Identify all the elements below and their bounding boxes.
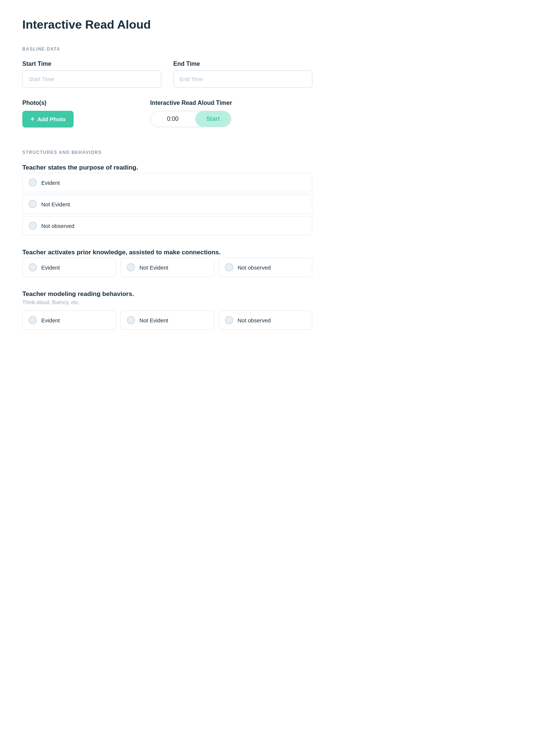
page-title: Interactive Read Aloud [22,18,312,32]
start-time-label: Start Time [22,61,161,67]
question-2-options: Evident Not Evident Not observed [22,258,312,277]
option-label-not-observed-3: Not observed [238,317,271,323]
list-item[interactable]: Not Evident [120,258,214,277]
timer-group: Interactive Read Aloud Timer 0:00 Start [150,100,312,127]
photos-label: Photo(s) [22,100,138,106]
radio-not-observed-3 [225,316,233,324]
plus-icon: + [30,115,35,123]
option-label-evident-3: Evident [41,317,60,323]
question-1-title: Teacher states the purpose of reading. [22,164,312,171]
list-item[interactable]: Not Evident [22,194,312,214]
start-time-input[interactable] [22,70,161,88]
option-label-not-evident-3: Not Evident [139,317,168,323]
question-2-title: Teacher activates prior knowledge, assis… [22,249,312,256]
end-time-input[interactable] [173,70,312,88]
radio-not-evident-2 [127,263,135,271]
photos-timer-row: Photo(s) + Add Photo Interactive Read Al… [22,100,312,128]
radio-not-observed-2 [225,263,233,271]
list-item[interactable]: Not observed [219,310,312,330]
option-label-evident-2: Evident [41,264,60,271]
question-block-1: Teacher states the purpose of reading. E… [22,164,312,235]
option-label-evident: Evident [41,180,60,186]
timer-start-button[interactable]: Start [195,111,231,127]
question-block-2: Teacher activates prior knowledge, assis… [22,249,312,277]
list-item[interactable]: Evident [22,173,312,192]
list-item[interactable]: Not observed [22,216,312,235]
timer-container: 0:00 Start [150,111,231,127]
radio-evident [29,178,37,187]
timer-display: 0:00 [151,111,195,127]
option-label-not-evident-2: Not Evident [139,264,168,271]
list-item[interactable]: Not Evident [120,310,214,330]
radio-not-evident-3 [127,316,135,324]
timer-label: Interactive Read Aloud Timer [150,100,312,106]
option-label-not-observed: Not observed [41,223,74,229]
list-item[interactable]: Not observed [219,258,312,277]
radio-evident-3 [29,316,37,324]
end-time-group: End Time [173,61,312,88]
add-photo-button[interactable]: + Add Photo [22,111,74,128]
end-time-label: End Time [173,61,312,67]
radio-not-observed [29,222,37,230]
radio-not-evident [29,200,37,208]
structures-section-label: STRUCTURES AND BEHAVIORS [22,150,312,155]
option-label-not-observed-2: Not observed [238,264,271,271]
question-block-3: Teacher modeling reading behaviors. Thin… [22,290,312,330]
question-3-subtitle: Think aloud, fluency, etc. [22,299,312,305]
question-3-options: Evident Not Evident Not observed [22,310,312,330]
add-photo-label: Add Photo [38,116,66,122]
list-item[interactable]: Evident [22,310,116,330]
start-time-group: Start Time [22,61,161,88]
photos-group: Photo(s) + Add Photo [22,100,138,128]
question-1-options: Evident Not Evident Not observed [22,173,312,235]
time-inputs-row: Start Time End Time [22,61,312,88]
radio-evident-2 [29,263,37,271]
list-item[interactable]: Evident [22,258,116,277]
question-3-title: Teacher modeling reading behaviors. [22,290,312,298]
baseline-section-label: BASLINE DATA [22,46,312,52]
option-label-not-evident: Not Evident [41,201,70,207]
